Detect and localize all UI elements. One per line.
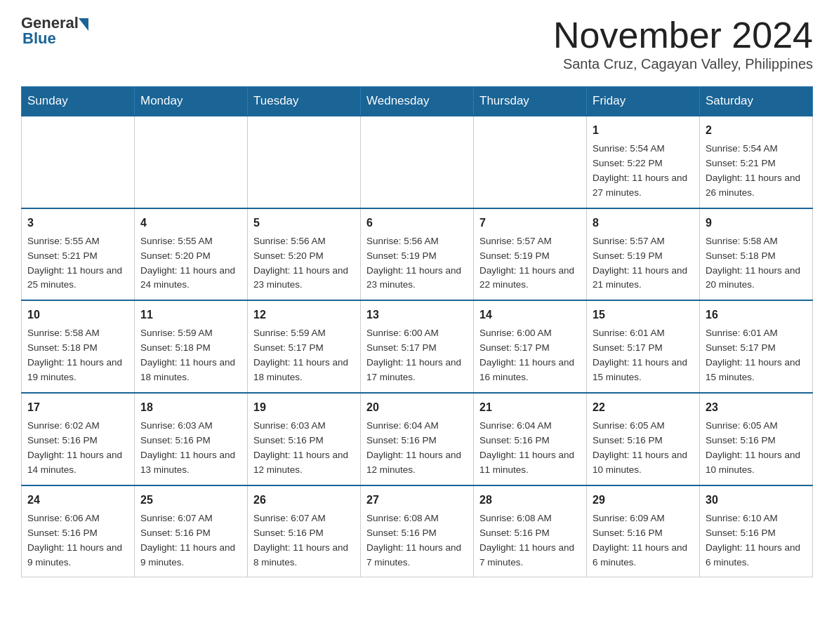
day-number: 7 — [479, 215, 581, 232]
calendar-cell: 28Sunrise: 6:08 AM Sunset: 5:16 PM Dayli… — [474, 485, 587, 577]
day-number: 30 — [706, 492, 807, 509]
calendar-cell: 3Sunrise: 5:55 AM Sunset: 5:21 PM Daylig… — [22, 208, 135, 301]
column-header-saturday: Saturday — [700, 87, 813, 116]
day-number: 5 — [253, 215, 355, 232]
day-number: 6 — [366, 215, 468, 232]
day-info: Sunrise: 6:04 AM Sunset: 5:16 PM Dayligh… — [479, 419, 581, 478]
day-info: Sunrise: 5:55 AM Sunset: 5:20 PM Dayligh… — [140, 234, 241, 293]
day-info: Sunrise: 5:57 AM Sunset: 5:19 PM Dayligh… — [593, 234, 694, 293]
day-info: Sunrise: 6:06 AM Sunset: 5:16 PM Dayligh… — [27, 511, 128, 570]
calendar-cell: 9Sunrise: 5:58 AM Sunset: 5:18 PM Daylig… — [700, 208, 813, 301]
day-info: Sunrise: 5:54 AM Sunset: 5:21 PM Dayligh… — [706, 142, 807, 201]
calendar-cell: 27Sunrise: 6:08 AM Sunset: 5:16 PM Dayli… — [361, 485, 474, 577]
day-info: Sunrise: 6:09 AM Sunset: 5:16 PM Dayligh… — [593, 511, 694, 570]
day-info: Sunrise: 6:08 AM Sunset: 5:16 PM Dayligh… — [479, 511, 581, 570]
calendar-cell — [474, 116, 587, 208]
calendar-cell: 10Sunrise: 5:58 AM Sunset: 5:18 PM Dayli… — [22, 300, 135, 393]
calendar-header-row: SundayMondayTuesdayWednesdayThursdayFrid… — [22, 87, 813, 116]
location-subtitle: Santa Cruz, Cagayan Valley, Philippines — [553, 56, 813, 72]
day-number: 27 — [366, 492, 468, 509]
calendar-cell: 14Sunrise: 6:00 AM Sunset: 5:17 PM Dayli… — [474, 300, 587, 393]
day-info: Sunrise: 6:04 AM Sunset: 5:16 PM Dayligh… — [366, 419, 468, 478]
day-number: 1 — [593, 122, 694, 139]
calendar-week-row: 1Sunrise: 5:54 AM Sunset: 5:22 PM Daylig… — [22, 116, 813, 208]
day-info: Sunrise: 6:00 AM Sunset: 5:17 PM Dayligh… — [366, 326, 468, 385]
day-info: Sunrise: 5:56 AM Sunset: 5:20 PM Dayligh… — [253, 234, 355, 293]
calendar-cell: 17Sunrise: 6:02 AM Sunset: 5:16 PM Dayli… — [22, 393, 135, 485]
day-number: 10 — [27, 307, 128, 323]
day-info: Sunrise: 6:01 AM Sunset: 5:17 PM Dayligh… — [706, 326, 807, 385]
day-number: 15 — [593, 307, 694, 323]
calendar-cell: 30Sunrise: 6:10 AM Sunset: 5:16 PM Dayli… — [700, 485, 813, 577]
day-info: Sunrise: 6:05 AM Sunset: 5:16 PM Dayligh… — [706, 419, 807, 478]
day-info: Sunrise: 5:55 AM Sunset: 5:21 PM Dayligh… — [27, 234, 128, 293]
calendar-cell: 24Sunrise: 6:06 AM Sunset: 5:16 PM Dayli… — [22, 485, 135, 577]
calendar-week-row: 24Sunrise: 6:06 AM Sunset: 5:16 PM Dayli… — [22, 485, 813, 577]
day-number: 12 — [253, 307, 355, 323]
day-number: 3 — [27, 215, 128, 232]
column-header-sunday: Sunday — [22, 87, 135, 116]
day-number: 22 — [593, 399, 694, 416]
calendar-cell: 15Sunrise: 6:01 AM Sunset: 5:17 PM Dayli… — [587, 300, 700, 393]
day-info: Sunrise: 5:56 AM Sunset: 5:19 PM Dayligh… — [366, 234, 468, 293]
day-info: Sunrise: 5:58 AM Sunset: 5:18 PM Dayligh… — [27, 326, 128, 385]
calendar-cell: 11Sunrise: 5:59 AM Sunset: 5:18 PM Dayli… — [135, 300, 248, 393]
day-info: Sunrise: 6:00 AM Sunset: 5:17 PM Dayligh… — [479, 326, 581, 385]
logo: General Blue — [21, 14, 88, 48]
day-info: Sunrise: 6:07 AM Sunset: 5:16 PM Dayligh… — [140, 511, 241, 570]
day-number: 25 — [140, 492, 241, 509]
calendar-cell — [248, 116, 361, 208]
day-info: Sunrise: 6:02 AM Sunset: 5:16 PM Dayligh… — [27, 419, 128, 478]
day-number: 26 — [253, 492, 355, 509]
calendar-cell: 26Sunrise: 6:07 AM Sunset: 5:16 PM Dayli… — [248, 485, 361, 577]
logo-blue-text: Blue — [22, 29, 88, 48]
day-number: 21 — [479, 399, 581, 416]
calendar-cell: 2Sunrise: 5:54 AM Sunset: 5:21 PM Daylig… — [700, 116, 813, 208]
day-number: 23 — [706, 399, 807, 416]
day-number: 28 — [479, 492, 581, 509]
calendar-week-row: 3Sunrise: 5:55 AM Sunset: 5:21 PM Daylig… — [22, 208, 813, 301]
day-number: 18 — [140, 399, 241, 416]
calendar-cell: 1Sunrise: 5:54 AM Sunset: 5:22 PM Daylig… — [587, 116, 700, 208]
calendar-cell: 23Sunrise: 6:05 AM Sunset: 5:16 PM Dayli… — [700, 393, 813, 485]
day-info: Sunrise: 5:57 AM Sunset: 5:19 PM Dayligh… — [479, 234, 581, 293]
day-number: 17 — [27, 399, 128, 416]
calendar-cell: 22Sunrise: 6:05 AM Sunset: 5:16 PM Dayli… — [587, 393, 700, 485]
calendar-cell: 4Sunrise: 5:55 AM Sunset: 5:20 PM Daylig… — [135, 208, 248, 301]
day-number: 4 — [140, 215, 241, 232]
calendar-cell: 20Sunrise: 6:04 AM Sunset: 5:16 PM Dayli… — [361, 393, 474, 485]
calendar-cell: 18Sunrise: 6:03 AM Sunset: 5:16 PM Dayli… — [135, 393, 248, 485]
day-info: Sunrise: 6:05 AM Sunset: 5:16 PM Dayligh… — [593, 419, 694, 478]
day-info: Sunrise: 6:07 AM Sunset: 5:16 PM Dayligh… — [253, 511, 355, 570]
day-info: Sunrise: 5:59 AM Sunset: 5:17 PM Dayligh… — [253, 326, 355, 385]
column-header-tuesday: Tuesday — [248, 87, 361, 116]
calendar-cell: 16Sunrise: 6:01 AM Sunset: 5:17 PM Dayli… — [700, 300, 813, 393]
calendar-cell: 12Sunrise: 5:59 AM Sunset: 5:17 PM Dayli… — [248, 300, 361, 393]
day-number: 13 — [366, 307, 468, 323]
column-header-wednesday: Wednesday — [361, 87, 474, 116]
day-number: 24 — [27, 492, 128, 509]
calendar-cell — [22, 116, 135, 208]
day-info: Sunrise: 5:54 AM Sunset: 5:22 PM Dayligh… — [593, 142, 694, 201]
day-number: 19 — [253, 399, 355, 416]
day-info: Sunrise: 6:01 AM Sunset: 5:17 PM Dayligh… — [593, 326, 694, 385]
page-header: General Blue November 2024 Santa Cruz, C… — [21, 14, 813, 72]
day-number: 9 — [706, 215, 807, 232]
day-info: Sunrise: 5:59 AM Sunset: 5:18 PM Dayligh… — [140, 326, 241, 385]
day-number: 2 — [706, 122, 807, 139]
day-info: Sunrise: 6:08 AM Sunset: 5:16 PM Dayligh… — [366, 511, 468, 570]
calendar-cell — [135, 116, 248, 208]
calendar-cell: 8Sunrise: 5:57 AM Sunset: 5:19 PM Daylig… — [587, 208, 700, 301]
calendar-cell: 7Sunrise: 5:57 AM Sunset: 5:19 PM Daylig… — [474, 208, 587, 301]
calendar-cell: 6Sunrise: 5:56 AM Sunset: 5:19 PM Daylig… — [361, 208, 474, 301]
day-number: 20 — [366, 399, 468, 416]
day-info: Sunrise: 5:58 AM Sunset: 5:18 PM Dayligh… — [706, 234, 807, 293]
column-header-friday: Friday — [587, 87, 700, 116]
day-number: 29 — [593, 492, 694, 509]
calendar-cell — [361, 116, 474, 208]
calendar-cell: 29Sunrise: 6:09 AM Sunset: 5:16 PM Dayli… — [587, 485, 700, 577]
calendar-cell: 13Sunrise: 6:00 AM Sunset: 5:17 PM Dayli… — [361, 300, 474, 393]
calendar-cell: 5Sunrise: 5:56 AM Sunset: 5:20 PM Daylig… — [248, 208, 361, 301]
column-header-thursday: Thursday — [474, 87, 587, 116]
column-header-monday: Monday — [135, 87, 248, 116]
